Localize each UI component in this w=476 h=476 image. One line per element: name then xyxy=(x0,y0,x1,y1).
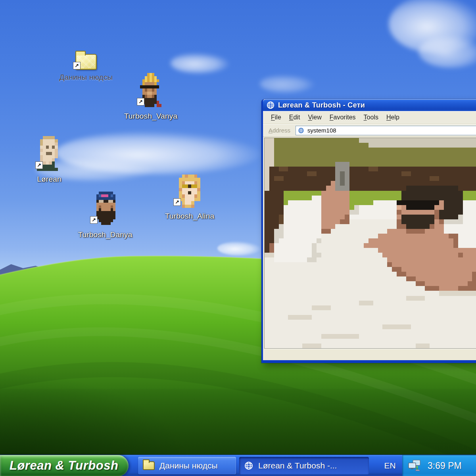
shortcut-arrow-icon: ↗ xyxy=(173,198,181,206)
danya-face-icon xyxy=(94,192,118,225)
taskbar-item-label: Данины нюдсы xyxy=(159,461,218,470)
desktop-icon-danya[interactable]: ↗ xyxy=(94,192,118,225)
desktop: ↗ Данины нюдсы ↗ Turbosh_Vanya ↗ Lørean … xyxy=(0,0,476,476)
taskbar: Lørean & Turbosh Данины нюдсы Lørean & T… xyxy=(0,455,476,476)
language-indicator[interactable]: EN xyxy=(378,455,402,476)
menu-bar: FileEditViewFavoritesToolsHelp xyxy=(263,111,476,124)
start-button-label: Lørean & Turbosh xyxy=(10,459,118,473)
desktop-icon-label[interactable]: Turbosh_Danya xyxy=(65,230,145,239)
menu-item-edit[interactable]: Edit xyxy=(285,114,304,121)
menu-item-favorites[interactable]: Favorites xyxy=(326,114,360,121)
address-label: Address/* rest filled by JS */ xyxy=(269,127,290,134)
taskbar-item-label: Lørean & Turbosh -... xyxy=(258,461,337,470)
address-input[interactable] xyxy=(307,127,476,134)
shortcut-arrow-icon: ↗ xyxy=(35,161,43,169)
desktop-icon-vanya[interactable]: ↗ xyxy=(140,73,161,107)
menu-item-help[interactable]: Help xyxy=(382,114,403,121)
taskbar-item-browser[interactable]: Lørean & Turbosh -... xyxy=(239,457,369,474)
desktop-icon-label[interactable]: Данины нюдсы xyxy=(46,73,126,82)
globe-icon xyxy=(298,127,304,134)
address-bar: Address/* rest filled by JS */ xyxy=(263,124,476,137)
desktop-icon-label[interactable]: Turbosh_Alina xyxy=(150,212,229,221)
taskbar-item-folder[interactable]: Данины нюдсы xyxy=(138,457,236,474)
shortcut-arrow-icon: ↗ xyxy=(73,62,81,69)
desktop-icon-label[interactable]: Turbosh_Vanya xyxy=(111,112,190,121)
globe-icon xyxy=(244,461,253,470)
clock[interactable]: 3:69 PM xyxy=(428,461,462,471)
address-input-box xyxy=(296,126,476,135)
cloud xyxy=(171,53,230,73)
shortcut-arrow-icon: ↗ xyxy=(90,216,98,224)
cloud xyxy=(260,75,315,93)
system-tray: 3:69 PM xyxy=(402,455,476,476)
browser-window: Lørean & Turbosh - Сети FileEditViewFavo… xyxy=(261,99,476,363)
start-button[interactable]: Lørean & Turbosh xyxy=(0,455,129,476)
folder-icon xyxy=(143,461,155,470)
menu-item-file[interactable]: File xyxy=(267,114,285,121)
window-titlebar[interactable]: Lørean & Turbosh - Сети xyxy=(263,99,476,111)
shortcut-arrow-icon: ↗ xyxy=(137,98,144,106)
menu-item-view[interactable]: View xyxy=(304,114,325,121)
cloud xyxy=(217,241,261,255)
desktop-icon-lorean[interactable]: ↗ xyxy=(37,136,61,171)
network-tray-icon[interactable] xyxy=(408,459,422,472)
desktop-icon-alina[interactable]: ↗ xyxy=(176,175,203,208)
window-title: Lørean & Turbosh - Сети xyxy=(278,101,365,109)
menu-item-tools[interactable]: Tools xyxy=(360,114,382,121)
photo-content xyxy=(265,138,476,348)
address-label-rest: ddress xyxy=(273,127,290,134)
desktop-icon-label[interactable]: Lørean xyxy=(10,175,89,184)
globe-icon xyxy=(266,101,275,109)
window-status-strip xyxy=(263,349,476,360)
photo-frame xyxy=(264,138,476,349)
